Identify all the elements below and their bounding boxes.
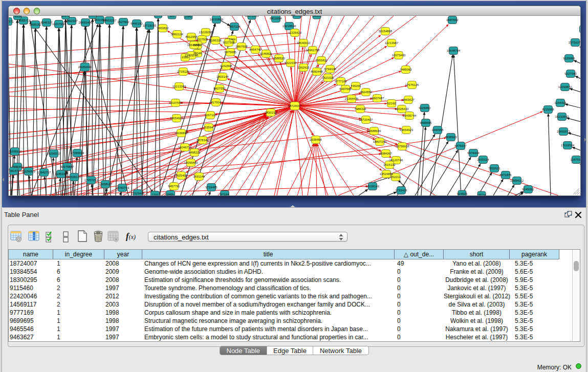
svg-text:7625402: 7625402 [175,174,187,177]
svg-text:1145195: 1145195 [55,172,68,176]
svg-text:9389: 9389 [182,56,189,59]
svg-text:10958107: 10958107 [99,183,113,186]
svg-text:9474444: 9474444 [467,151,480,155]
svg-text:1938454: 1938454 [310,138,322,141]
svg-text:19166827: 19166827 [175,132,188,135]
svg-text:8186328: 8186328 [209,39,222,42]
svg-text:16033809: 16033809 [210,18,224,21]
svg-text:10671355: 10671355 [245,16,259,17]
svg-text:3875685: 3875685 [224,51,236,54]
svg-text:3498222: 3498222 [188,151,201,154]
svg-text:8990448: 8990448 [311,70,323,73]
svg-text:7986322: 7986322 [354,107,366,111]
svg-text:1167534: 1167534 [571,158,581,161]
svg-text:2718126: 2718126 [177,70,189,73]
svg-text:12942757: 12942757 [37,171,51,174]
svg-text:8912954: 8912954 [185,35,198,38]
svg-text:9457791: 9457791 [168,185,180,188]
svg-text:19654923: 19654923 [170,117,184,120]
svg-text:1362615: 1362615 [297,66,310,69]
svg-text:417004: 417004 [211,101,222,104]
svg-text:9716485: 9716485 [205,186,217,189]
svg-text:9245052: 9245052 [522,188,534,191]
svg-text:5322037: 5322037 [285,61,297,64]
svg-text:9699695: 9699695 [420,121,432,124]
svg-text:8454749: 8454749 [249,48,262,51]
svg-text:17359934: 17359934 [71,151,84,155]
svg-text:7955812: 7955812 [315,59,328,62]
svg-text:12213967: 12213967 [385,41,399,45]
svg-text:26206510: 26206510 [47,152,61,155]
svg-text:10648784: 10648784 [447,49,461,52]
svg-text:7832621: 7832621 [488,167,500,170]
svg-text:16543862: 16543862 [187,43,201,47]
svg-text:6466160: 6466160 [130,22,143,25]
svg-text:15692971: 15692971 [557,130,571,133]
svg-text:16217996: 16217996 [52,23,66,26]
svg-text:15720407: 15720407 [359,118,373,121]
svg-text:6497568: 6497568 [339,87,352,91]
svg-text:7857224: 7857224 [228,25,241,28]
svg-text:8813054: 8813054 [270,17,282,20]
svg-text:12093872: 12093872 [558,85,572,89]
svg-text:9862327: 9862327 [66,19,78,23]
svg-text:1244415: 1244415 [554,101,567,104]
svg-text:2830213: 2830213 [265,111,277,114]
svg-text:8938923: 8938923 [445,136,457,139]
svg-text:10154808: 10154808 [379,30,393,33]
svg-text:10961758: 10961758 [306,49,320,52]
svg-text:10688609: 10688609 [367,129,381,133]
svg-text:18807249: 18807249 [373,140,387,143]
svg-text:8215958: 8215958 [542,108,554,111]
svg-text:17016504: 17016504 [561,144,575,147]
svg-text:10025433: 10025433 [395,107,409,111]
svg-text:9129966: 9129966 [563,57,575,60]
svg-text:1733426: 1733426 [395,189,407,192]
svg-text:11325419: 11325419 [288,31,302,34]
svg-text:9146821: 9146821 [260,52,272,55]
svg-text:1615132: 1615132 [383,163,396,166]
svg-text:9242848: 9242848 [220,64,232,68]
svg-text:6479197: 6479197 [454,144,467,147]
svg-text:1588520: 1588520 [273,57,285,60]
svg-text:12505135: 12505135 [68,176,81,179]
svg-text:20531: 20531 [89,16,97,17]
svg-text:18724007: 18724007 [288,104,302,107]
svg-text:1085: 1085 [185,16,192,18]
svg-text:8406: 8406 [167,193,174,195]
svg-text:9860124: 9860124 [171,33,183,36]
svg-text:26206910: 26206910 [9,150,22,153]
svg-text:13495744: 13495744 [403,114,417,117]
svg-text:6794028: 6794028 [324,68,336,71]
svg-text:10654112: 10654112 [510,179,524,182]
svg-text:9084067: 9084067 [380,152,392,155]
svg-text:12323448: 12323448 [131,192,145,195]
svg-text:20691: 20691 [154,16,163,17]
svg-text:1691144: 1691144 [193,175,206,178]
svg-text:924505: 924505 [457,192,468,195]
svg-text:9227343: 9227343 [564,72,577,75]
svg-text:14099489: 14099489 [184,161,198,164]
svg-text:9327505: 9327505 [196,38,208,41]
svg-text:7663822: 7663822 [157,27,169,30]
svg-text:983: 983 [169,16,175,17]
svg-text:3624554: 3624554 [360,91,372,94]
svg-text:9777169: 9777169 [335,80,347,83]
svg-text:1905152: 1905152 [29,23,41,26]
svg-text:8878342: 8878342 [197,139,209,142]
svg-text:11156829: 11156829 [22,170,35,173]
svg-text:97164: 97164 [221,193,229,195]
svg-text:10807487: 10807487 [371,97,384,100]
svg-text:8046327: 8046327 [40,21,53,24]
svg-text:10853257: 10853257 [103,19,117,22]
svg-text:18214: 18214 [477,193,486,195]
svg-text:64661: 64661 [313,16,321,17]
svg-text:14055713: 14055713 [17,19,31,22]
svg-text:21364436: 21364436 [345,97,359,100]
svg-text:10756928: 10756928 [396,145,409,148]
svg-text:1527602: 1527602 [117,20,129,24]
svg-text:15751074: 15751074 [569,41,581,44]
svg-text:2867608: 2867608 [235,45,248,48]
svg-text:13226058: 13226058 [199,31,213,34]
svg-text:8427552: 8427552 [213,87,226,90]
